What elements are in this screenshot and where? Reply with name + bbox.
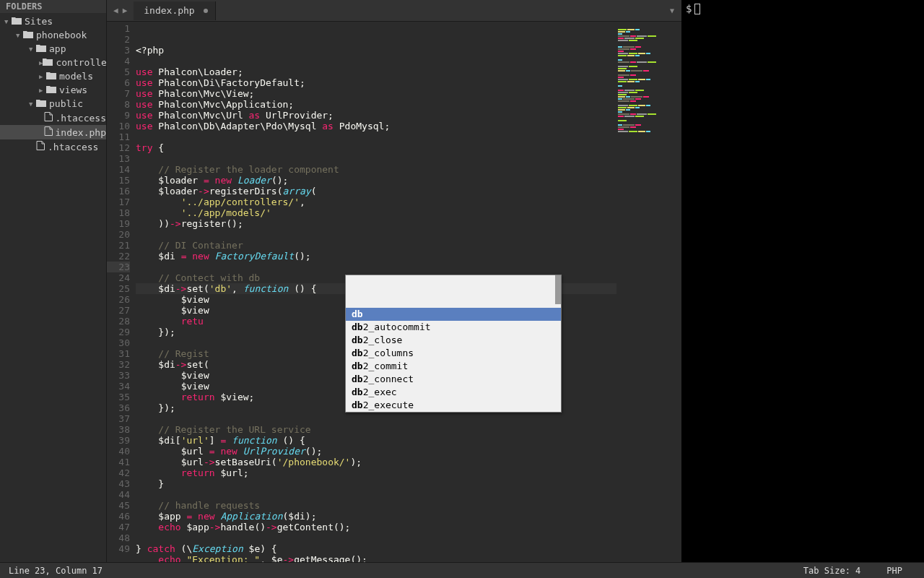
tree-item-views[interactable]: ▶views bbox=[0, 83, 106, 97]
code-line[interactable]: use Phalcon\Di\FactoryDefault; bbox=[136, 77, 616, 88]
minimap-line bbox=[618, 87, 680, 89]
status-position[interactable]: Line 23, Column 17 bbox=[9, 566, 790, 576]
code-line[interactable]: return $url; bbox=[136, 467, 616, 478]
minimap-line bbox=[618, 122, 680, 124]
code-line[interactable]: // Register the URL service bbox=[136, 424, 616, 435]
tree-item-public[interactable]: ▼public bbox=[0, 97, 106, 111]
code-line[interactable]: use Phalcon\Mvc\Url as UrlProvider; bbox=[136, 110, 616, 121]
autocomplete-item[interactable]: db bbox=[346, 308, 561, 321]
tree-item--htaccess[interactable]: .htaccess bbox=[0, 139, 106, 154]
tree-item-phonebook[interactable]: ▼phonebook bbox=[0, 28, 106, 42]
tree-item-Sites[interactable]: ▼Sites bbox=[0, 14, 106, 28]
minimap-line bbox=[618, 51, 680, 52]
folder-icon bbox=[46, 72, 56, 79]
tree-item-models[interactable]: ▶models bbox=[0, 69, 106, 83]
code-line[interactable] bbox=[136, 262, 616, 272]
line-gutter: 1234567891011121314151617181920212223242… bbox=[107, 22, 136, 562]
minimap[interactable] bbox=[616, 22, 681, 562]
code-line[interactable]: } catch (\Exception $e) { bbox=[136, 543, 616, 554]
line-number: 39 bbox=[107, 435, 130, 446]
code-line[interactable]: echo "Exception: ", $e->getMessage(); bbox=[136, 554, 616, 562]
code-line[interactable]: } bbox=[136, 478, 616, 489]
code-line[interactable]: try { bbox=[136, 142, 616, 153]
tab-dropdown-icon[interactable]: ▼ bbox=[663, 7, 681, 14]
folder-icon bbox=[43, 58, 53, 66]
minimap-line bbox=[618, 98, 680, 100]
autocomplete-item[interactable]: db2_autocommit bbox=[346, 321, 561, 334]
nav-back-icon[interactable]: ◀ bbox=[111, 6, 121, 15]
code-line[interactable]: $loader->registerDirs(array( bbox=[136, 186, 616, 197]
tree-item-controllers[interactable]: ▶controllers bbox=[0, 56, 106, 69]
minimap-line bbox=[618, 118, 680, 119]
tree-item-label: .htaccess bbox=[48, 142, 98, 152]
minimap-line bbox=[618, 48, 680, 50]
autocomplete-item[interactable]: db2_connect bbox=[346, 373, 561, 386]
terminal-panel[interactable]: $ bbox=[681, 0, 924, 562]
autocomplete-popup[interactable]: dbdb2_autocommitdb2_closedb2_columnsdb2_… bbox=[345, 275, 562, 413]
code-line[interactable]: // Register the loader component bbox=[136, 164, 616, 175]
tree-item-label: public bbox=[49, 98, 83, 109]
minimap-line bbox=[618, 90, 680, 91]
code-line[interactable] bbox=[136, 489, 616, 500]
code-line[interactable]: echo $app->handle()->getContent(); bbox=[136, 522, 616, 532]
line-number: 23 bbox=[107, 262, 130, 272]
line-number: 3 bbox=[107, 45, 130, 56]
code-line[interactable]: use Phalcon\Loader; bbox=[136, 66, 616, 77]
code-line[interactable] bbox=[136, 532, 616, 543]
code-line[interactable] bbox=[136, 153, 616, 164]
minimap-line bbox=[618, 79, 680, 80]
minimap-line bbox=[618, 107, 680, 108]
line-number: 11 bbox=[107, 131, 130, 142]
autocomplete-scrollbar[interactable] bbox=[555, 275, 561, 304]
code-line[interactable]: $url = new UrlProvider(); bbox=[136, 446, 616, 457]
minimap-line bbox=[618, 85, 680, 87]
line-number: 38 bbox=[107, 424, 130, 435]
minimap-line bbox=[618, 35, 680, 37]
code-line[interactable]: $di = new FactoryDefault(); bbox=[136, 251, 616, 262]
line-number: 17 bbox=[107, 197, 130, 207]
code-area[interactable]: <?phpuse Phalcon\Loader;use Phalcon\Di\F… bbox=[136, 22, 616, 562]
minimap-line bbox=[618, 33, 680, 35]
folder-tree[interactable]: ▼Sites▼phonebook▼app▶controllers▶models▶… bbox=[0, 13, 106, 562]
code-line[interactable]: '../app/controllers/', bbox=[136, 197, 616, 207]
code-line[interactable] bbox=[136, 56, 616, 66]
code-line[interactable]: $di['url'] = function () { bbox=[136, 435, 616, 446]
code-line[interactable]: ))->register(); bbox=[136, 218, 616, 229]
code-line[interactable] bbox=[136, 413, 616, 424]
tree-item--htaccess[interactable]: .htaccess bbox=[0, 111, 106, 125]
code-line[interactable]: use Phalcon\Mvc\Application; bbox=[136, 99, 616, 110]
tree-item-app[interactable]: ▼app bbox=[0, 42, 106, 56]
line-number: 2 bbox=[107, 34, 130, 45]
code-line[interactable]: // DI Container bbox=[136, 240, 616, 251]
code-line[interactable]: $app = new Application($di); bbox=[136, 511, 616, 522]
editor-area: ◀ ▶ index.php ▼ 123456789101112131415161… bbox=[107, 0, 681, 562]
code-line[interactable]: '../app/models/' bbox=[136, 207, 616, 218]
chevron-icon: ▶ bbox=[39, 87, 46, 94]
autocomplete-item[interactable]: db2_close bbox=[346, 334, 561, 347]
minimap-line bbox=[618, 77, 680, 78]
code-line[interactable] bbox=[136, 131, 616, 142]
status-tabsize[interactable]: Tab Size: 4 bbox=[790, 566, 873, 576]
autocomplete-item[interactable]: db2_columns bbox=[346, 347, 561, 360]
code-line[interactable]: $url->setBaseUri('/phonebook/'); bbox=[136, 457, 616, 467]
minimap-line bbox=[618, 27, 680, 28]
dirty-indicator-icon bbox=[204, 9, 208, 13]
nav-forward-icon[interactable]: ▶ bbox=[121, 6, 130, 15]
autocomplete-item[interactable]: db2_execute bbox=[346, 399, 561, 412]
code-line[interactable]: use Phalcon\Db\Adapter\Pdo\Mysql as PdoM… bbox=[136, 121, 616, 131]
tab-index-php[interactable]: index.php bbox=[134, 1, 215, 20]
code-line[interactable] bbox=[136, 229, 616, 240]
code-line[interactable]: <?php bbox=[136, 45, 616, 56]
code-line[interactable]: // handle requests bbox=[136, 500, 616, 511]
status-language[interactable]: PHP bbox=[873, 566, 915, 576]
tree-item-index-php[interactable]: index.php bbox=[0, 125, 106, 139]
code-line[interactable]: use Phalcon\Mvc\View; bbox=[136, 88, 616, 99]
autocomplete-item[interactable]: db2_commit bbox=[346, 360, 561, 373]
tree-item-label: .htaccess bbox=[56, 113, 106, 124]
line-number: 40 bbox=[107, 446, 130, 457]
code-line[interactable]: $loader = new Loader(); bbox=[136, 175, 616, 186]
line-number: 12 bbox=[107, 142, 130, 153]
autocomplete-item[interactable]: db2_exec bbox=[346, 386, 561, 399]
tree-item-label: controllers bbox=[56, 57, 106, 68]
minimap-line bbox=[618, 55, 680, 56]
